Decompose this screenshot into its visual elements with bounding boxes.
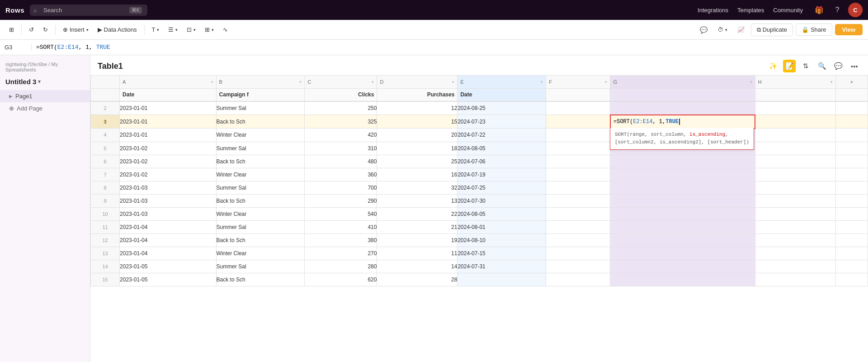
cell-h[interactable] — [755, 168, 835, 181]
cell-f[interactable] — [546, 168, 610, 181]
col-header-e[interactable]: E ▾ — [458, 76, 546, 89]
cell-f[interactable] — [546, 207, 610, 220]
cell-a[interactable]: 2023-01-01 — [120, 129, 217, 142]
cell-a[interactable]: 2023-01-02 — [120, 155, 217, 168]
notes-button[interactable]: 📝 — [783, 60, 796, 72]
share-button[interactable]: 🔒 Share — [796, 24, 832, 36]
help-icon[interactable]: ? — [830, 3, 844, 17]
cell-a[interactable]: 2023-01-05 — [120, 273, 217, 286]
cell-g[interactable] — [610, 101, 755, 115]
cell-c[interactable]: 480 — [305, 155, 377, 168]
cell-b[interactable]: Summer Sal — [216, 101, 305, 115]
cell-e[interactable]: 2024-08-05 — [458, 207, 546, 220]
cell-c[interactable]: 250 — [305, 101, 377, 115]
cell-e[interactable]: 2024-08-25 — [458, 101, 546, 115]
brand-logo[interactable]: Rows — [5, 6, 24, 14]
col-header-f[interactable]: F ▾ — [546, 76, 610, 89]
cell-c[interactable]: 270 — [305, 247, 377, 260]
table-row[interactable]: 22023-01-01Summer Sal250122024-08-25 — [91, 101, 868, 115]
cell-e[interactable]: 2024-07-25 — [458, 181, 546, 194]
cell-g[interactable] — [610, 194, 755, 207]
formula-content[interactable]: =SORT(E2:E14, 1, TRUE — [36, 44, 110, 51]
cell-h[interactable] — [755, 101, 835, 115]
align-button[interactable]: ☰ ▾ — [165, 24, 181, 35]
cell-b[interactable]: Summer Sal — [216, 142, 305, 155]
table-row[interactable]: 82023-01-03Summer Sal700322024-07-25 — [91, 181, 868, 194]
sparkle-button[interactable]: ✨ — [767, 60, 779, 72]
cell-e[interactable]: 2024-08-10 — [458, 233, 546, 247]
cell-a[interactable]: 2023-01-01 — [120, 101, 217, 115]
cell-h[interactable] — [755, 233, 835, 247]
cell-a[interactable]: 2023-01-02 — [120, 168, 217, 181]
cell-g[interactable] — [610, 155, 755, 168]
grid-container[interactable]: A ▾ B ▾ C — [90, 75, 868, 359]
cell-c[interactable]: 310 — [305, 142, 377, 155]
cell-e[interactable]: 2024-07-22 — [458, 129, 546, 142]
cell-d[interactable]: 25 — [377, 155, 458, 168]
col-header-h[interactable]: H ▾ — [755, 76, 835, 89]
cell-h[interactable] — [755, 220, 835, 233]
cell-h[interactable] — [755, 247, 835, 260]
templates-link[interactable]: Templates — [737, 7, 764, 14]
cell-a[interactable]: 2023-01-03 — [120, 181, 217, 194]
gift-icon[interactable]: 🎁 — [812, 3, 826, 17]
cell-reference[interactable]: G3 — [5, 44, 32, 51]
cell-h[interactable] — [755, 207, 835, 220]
cell-d[interactable]: 20 — [377, 129, 458, 142]
cell-g[interactable] — [610, 273, 755, 286]
cell-c[interactable]: 290 — [305, 194, 377, 207]
cell-a[interactable]: 2023-01-04 — [120, 247, 217, 260]
cell-b[interactable]: Summer Sal — [216, 220, 305, 233]
cell-h[interactable] — [755, 115, 835, 129]
cell-e[interactable]: 2024-07-19 — [458, 168, 546, 181]
data-actions-button[interactable]: ▶ Data Actions — [94, 24, 141, 35]
cell-a[interactable]: 2023-01-04 — [120, 220, 217, 233]
redo-button[interactable]: ↻ — [39, 24, 52, 35]
cell-d[interactable]: 19 — [377, 233, 458, 247]
avatar[interactable]: C — [848, 3, 863, 17]
cell-d[interactable]: 13 — [377, 194, 458, 207]
cell-e[interactable]: 2024-08-01 — [458, 220, 546, 233]
cell-a[interactable]: 2023-01-01 — [120, 115, 217, 129]
cell-b[interactable]: Winter Clear — [216, 129, 305, 142]
cell-b[interactable]: Back to Sch — [216, 233, 305, 247]
cell-f[interactable] — [546, 273, 610, 286]
table-row[interactable]: 92023-01-03Back to Sch290132024-07-30 — [91, 194, 868, 207]
cell-e[interactable]: 2024-07-23 — [458, 115, 546, 129]
sparkline-button[interactable]: ∿ — [219, 24, 231, 35]
cell-d[interactable]: 15 — [377, 115, 458, 129]
border-button[interactable]: ⊞ ▾ — [201, 24, 217, 35]
cell-d[interactable]: 14 — [377, 260, 458, 273]
insert-button[interactable]: ⊕ Insert ▾ — [59, 24, 92, 35]
text-format-button[interactable]: T ▾ — [148, 24, 163, 35]
cell-f[interactable] — [546, 220, 610, 233]
undo-button[interactable]: ↺ — [25, 24, 38, 35]
comments-button[interactable]: 💬 — [696, 24, 711, 35]
cell-c[interactable]: 360 — [305, 168, 377, 181]
merge-button[interactable]: ⊡ ▾ — [183, 24, 199, 35]
more-options-button[interactable]: ••• — [848, 60, 861, 72]
table-row[interactable]: 142023-01-05Summer Sal280142024-07-31 — [91, 260, 868, 273]
cell-f[interactable] — [546, 247, 610, 260]
cell-c[interactable]: 325 — [305, 115, 377, 129]
cell-d[interactable]: 32 — [377, 181, 458, 194]
table-row[interactable]: 152023-01-05Back to Sch62028 — [91, 273, 868, 286]
view-button[interactable]: View — [835, 24, 863, 35]
cell-f[interactable] — [546, 129, 610, 142]
cell-d[interactable]: 11 — [377, 247, 458, 260]
cell-g[interactable] — [610, 181, 755, 194]
cell-f[interactable] — [546, 115, 610, 129]
search-box[interactable]: Search ⌘K — [30, 5, 147, 16]
cell-g[interactable] — [610, 260, 755, 273]
cell-g[interactable]: =SORT(E2:E14, 1, TRUE SORT(range, sort_c… — [610, 115, 755, 129]
cell-e[interactable] — [458, 273, 546, 286]
table-row[interactable]: 112023-01-04Summer Sal410212024-08-01 — [91, 220, 868, 233]
cell-e[interactable]: 2024-07-31 — [458, 260, 546, 273]
cell-c[interactable]: 410 — [305, 220, 377, 233]
duplicate-button[interactable]: ⧉ Duplicate — [751, 24, 793, 36]
integrations-link[interactable]: Integrations — [698, 7, 728, 14]
chart-button[interactable]: 📈 — [734, 24, 748, 35]
table-row[interactable]: 72023-01-02Winter Clear360162024-07-19 — [91, 168, 868, 181]
col-header-d[interactable]: D ▾ — [377, 76, 458, 89]
search-wrapper[interactable]: ⌕ Search ⌘K — [30, 5, 147, 16]
